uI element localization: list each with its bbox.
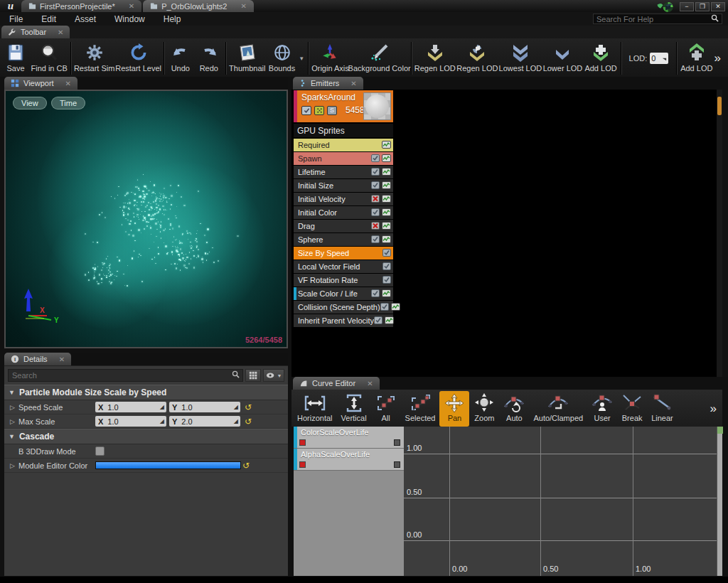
view-menu-button[interactable]: View [13,97,47,109]
emitter-enabled-checkbox[interactable] [301,106,311,115]
toolbar-restart-level-button[interactable]: Restart Level [115,40,161,77]
curve-tool-linear-button[interactable]: Linear [647,391,678,427]
toolbar-regen-lod-button[interactable]: Regen LOD [456,40,499,77]
emitter-thumbnail[interactable] [363,92,391,120]
lod-spinner[interactable]: LOD:0 [623,40,675,77]
section-header-particle-module-size-scale-by-speed[interactable]: ▼Particle Module Size Scale by Speed [4,385,288,400]
tab-details[interactable]: i Details ✕ [4,353,71,365]
module-curve-icon[interactable] [382,208,391,218]
emitters-scrollbar[interactable] [717,90,722,377]
module-enabled-checkbox[interactable] [371,208,380,218]
curve-tool-user-button[interactable]: User [587,391,617,427]
module-lifetime[interactable]: Lifetime [294,166,393,178]
menu-help[interactable]: Help [154,14,191,24]
color-swatch[interactable] [95,461,241,469]
module-collision-scene-depth-[interactable]: Collision (Scene Depth) [294,301,393,314]
track-color-checkbox[interactable] [299,461,306,468]
particle-viewport[interactable]: View Time X Y 5264/5458 [4,90,288,348]
curve-tool-auto-button[interactable]: Auto [499,391,529,427]
chevron-down-icon[interactable]: ▼ [299,55,304,62]
module-curve-icon[interactable] [382,235,391,245]
module-enabled-checkbox[interactable] [380,303,389,312]
curve-grid[interactable]: 1.000.500.000.000.501.00 [404,427,717,576]
module-size-by-speed[interactable]: Size By Speed [294,247,393,260]
tab-toolbar[interactable]: Toolbar ✕ [1,26,70,38]
toolbar-add-lod-button[interactable]: Add LOD [679,40,714,77]
module-disabled-checkbox[interactable] [371,195,380,204]
curve-track-colorscaleoverlife[interactable]: ColorScaleOverLife [294,427,404,449]
module-curve-icon[interactable] [385,316,394,326]
curve-tool-horizontal-button[interactable]: Horizontal [293,391,337,427]
emitter-solo-dots-button[interactable] [314,106,324,115]
module-enabled-checkbox[interactable] [371,168,380,177]
track-show-checkbox[interactable] [394,461,400,468]
expander-icon[interactable]: ▷ [10,462,18,469]
close-icon[interactable]: ✕ [58,28,63,36]
module-enabled-checkbox[interactable] [374,316,382,326]
help-search-input[interactable] [594,15,711,23]
close-icon[interactable]: ✕ [65,80,71,87]
curve-tool-vertical-button[interactable]: Vertical [337,391,371,427]
module-spawn[interactable]: Spawn [294,152,393,165]
time-menu-button[interactable]: Time [51,97,85,109]
expander-icon[interactable]: ▷ [10,404,18,411]
module-sphere[interactable]: Sphere [294,233,393,246]
module-curve-icon[interactable] [382,154,391,164]
module-enabled-checkbox[interactable] [382,249,391,258]
toolbar-regen-lod-button[interactable]: Regen LOD [414,40,456,77]
toolbar-background-color-button[interactable]: Background Color [350,40,409,77]
emitter-solo-button[interactable]: S [327,106,337,115]
details-search-input[interactable] [9,371,232,380]
module-initial-color[interactable]: Initial Color [294,206,393,219]
toolbar-thumbnail-button[interactable]: Thumbnail [228,40,267,77]
menu-file[interactable]: File [0,14,32,24]
value-field-y[interactable]: Y1.0◢ [169,402,240,412]
module-initial-velocity[interactable]: Initial Velocity [294,193,393,205]
module-curve-icon[interactable] [391,303,400,312]
section-header-cascade[interactable]: ▼Cascade [4,429,288,444]
module-enabled-checkbox[interactable] [371,235,380,245]
property-matrix-button[interactable] [245,369,261,382]
spinner-icon[interactable]: ◢ [234,404,237,410]
module-vf-rotation-rate[interactable]: VF Rotation Rate [294,274,393,287]
toolbar-restart-sim-button[interactable]: Restart Sim [73,40,115,77]
close-icon[interactable]: ✕ [367,380,373,387]
tab-viewport[interactable]: Viewport ✕ [4,77,77,90]
value-field-x[interactable]: X1.0◢ [95,416,166,427]
module-enabled-checkbox[interactable] [382,276,391,285]
curve-tool-pan-button[interactable]: Pan [439,391,469,427]
toolbar-redo-button[interactable]: Redo [195,40,223,77]
doc-tab-1[interactable]: FirstPersonProjectile*✕ [21,0,141,12]
expander-icon[interactable]: ▷ [10,418,18,425]
spinner-icon[interactable]: ◢ [160,404,164,410]
track-color-checkbox[interactable] [299,439,306,446]
track-show-checkbox[interactable] [394,439,400,446]
toolbar-undo-button[interactable]: Undo [166,40,195,77]
module-disabled-checkbox[interactable] [371,222,380,231]
module-scale-color-life[interactable]: Scale Color / Life [294,287,393,300]
value-field-y[interactable]: Y2.0◢ [169,416,240,427]
module-curve-icon[interactable] [382,168,391,177]
close-icon[interactable]: ✕ [59,355,65,363]
module-enabled-checkbox[interactable] [371,289,380,299]
tab-emitters[interactable]: Emitters ✕ [293,77,363,90]
menu-asset[interactable]: Asset [65,14,105,24]
doc-tab-2[interactable]: P_OrbGlowLights2✕ [143,0,254,12]
module-enabled-checkbox[interactable] [371,181,380,191]
menu-edit[interactable]: Edit [32,14,65,24]
module-curve-icon[interactable] [382,181,391,191]
menu-window[interactable]: Window [105,14,154,24]
lod-value-field[interactable]: 0 [650,53,668,64]
curve-tool-zoom-button[interactable]: Zoom [469,391,499,427]
module-initial-size[interactable]: Initial Size [294,179,393,192]
tab-curve-editor[interactable]: Curve Editor ✕ [293,377,380,390]
reset-to-default-icon[interactable]: ↺ [245,417,252,426]
curve-tool-selected-button[interactable]: Selected [401,391,440,427]
toolbar-bounds-button[interactable]: Bounds [267,40,297,77]
reset-to-default-icon[interactable]: ↺ [242,461,250,470]
toolbar-add-lod-button[interactable]: Add LOD [583,40,619,77]
module-enabled-checkbox[interactable] [371,154,380,164]
curve-toolbar-overflow-button[interactable]: » [710,402,721,416]
curve-tool-all-button[interactable]: All [371,391,401,427]
toolbar-origin-axis-button[interactable]: Origin Axis [311,40,350,77]
